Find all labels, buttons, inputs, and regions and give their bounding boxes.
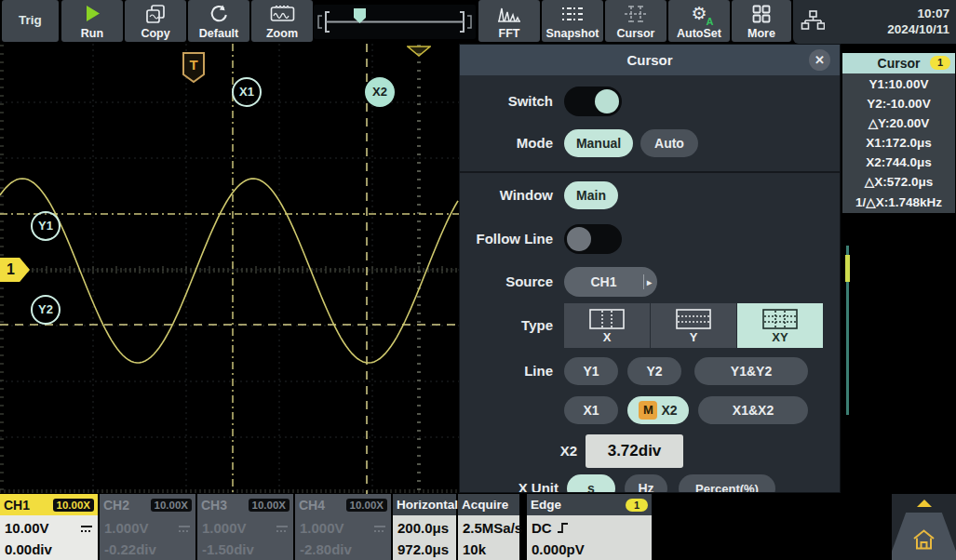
run-icon (83, 0, 101, 27)
readout-delta-x: △X:572.0μs (842, 174, 955, 189)
mode-label: Mode (460, 129, 553, 157)
line-x2-button[interactable]: M X2 (627, 396, 689, 424)
top-toolbar: Trig Run Copy (0, 0, 956, 44)
readout-delta-y: △Y:20.00V (842, 115, 955, 130)
panel-scroll-indicator-thumb[interactable] (845, 255, 850, 282)
window-main-button[interactable]: Main (564, 181, 618, 209)
default-button[interactable]: Default (188, 0, 249, 42)
ch3-name: CH3 (201, 498, 227, 513)
zoom-button[interactable]: Zoom (251, 0, 313, 42)
line-y2-button[interactable]: Y2 (627, 357, 681, 385)
acquire-rate: 2.5MSa/s (463, 517, 522, 539)
home-button[interactable] (911, 527, 936, 555)
dc-coupling-icon (276, 524, 289, 533)
status-area: 10:07 2024/10/11 (793, 0, 956, 44)
line-y1y2-button[interactable]: Y1&Y2 (694, 357, 808, 385)
run-label: Run (81, 27, 103, 40)
ch4-name: CH4 (299, 498, 325, 513)
copy-label: Copy (141, 27, 169, 40)
horizontal-position-widget[interactable] (314, 5, 476, 39)
ch1-probe-badge: 10.00X (53, 499, 94, 512)
source-select[interactable]: CH1 ▸ (564, 267, 657, 297)
line-x1-button[interactable]: X1 (564, 396, 618, 424)
ch4-offset: -2.80div (300, 539, 352, 560)
line-x1x2-button[interactable]: X1&X2 (698, 396, 808, 424)
x-unit-label: X Unit (460, 474, 559, 493)
follow-line-label: Follow Line (460, 224, 553, 254)
rising-edge-icon (557, 521, 569, 535)
cursor-readout-rows: Y1:10.00V Y2:-10.00V △Y:20.00V X1:172.0μ… (842, 73, 955, 213)
channel2-block[interactable]: CH2 10.00X 1.000V -0.22div (100, 494, 195, 560)
channel4-block[interactable]: CH4 10.00X 1.000V -2.80div (295, 494, 391, 560)
type-xy-icon (762, 309, 798, 329)
cursor-switch-toggle[interactable] (564, 87, 622, 116)
edge-coupling: DC (532, 517, 552, 539)
source-value: CH1 (564, 274, 643, 289)
home-icon (911, 527, 936, 552)
line-x2-label: X2 (661, 403, 677, 418)
type-xy-button[interactable]: XY (737, 303, 823, 348)
readout-inv-delta-x: 1/△X:1.748kHz (842, 194, 955, 209)
horizontal-block[interactable]: Horizontal 200.0μs 972.0μs (393, 494, 456, 560)
ch4-volts: 1.000V (300, 517, 344, 539)
edge-source-badge: 1 (626, 499, 648, 512)
cursor-y1-handle[interactable]: Y1 (31, 211, 61, 241)
menu-divider (460, 171, 840, 173)
type-x-button[interactable]: X (564, 303, 650, 348)
corner-widget (892, 494, 956, 560)
date-value: 2024/10/11 (887, 21, 949, 37)
type-x-label: X (603, 331, 612, 343)
snapshot-button[interactable]: Snapshot (542, 0, 603, 42)
horizontal-offset: 972.0μs (397, 539, 449, 560)
trigger-t-marker[interactable]: T (182, 52, 205, 87)
manual-badge: M (639, 401, 657, 420)
acquire-block[interactable]: Acquire 2.5MSa/s 10k (458, 494, 519, 560)
type-label: Type (460, 303, 553, 348)
channel1-block[interactable]: CH1 10.00X 10.00V 0.00div (0, 494, 98, 560)
trigger-position-icon[interactable] (407, 44, 431, 60)
follow-line-toggle[interactable] (564, 224, 622, 254)
cursor-menu-header[interactable]: Cursor ✕ (460, 45, 840, 75)
zoom-label: Zoom (266, 27, 298, 40)
x-unit-percent-button[interactable]: Percent(%) (679, 474, 775, 493)
expand-up-icon[interactable] (917, 500, 932, 507)
mode-auto-button[interactable]: Auto (640, 129, 698, 157)
run-button[interactable]: Run (61, 0, 123, 42)
cursor-y2-handle[interactable]: Y2 (31, 295, 61, 325)
close-icon[interactable]: ✕ (809, 49, 830, 71)
dc-coupling-icon (373, 524, 386, 533)
autoset-button[interactable]: ⚙ A AutoSet (668, 0, 730, 42)
ch3-volts: 1.000V (202, 517, 247, 539)
copy-button[interactable]: Copy (125, 0, 186, 42)
type-y-button[interactable]: Y (651, 303, 736, 348)
autoset-label: AutoSet (677, 27, 721, 40)
network-icon[interactable] (801, 9, 825, 37)
x-unit-s-button[interactable]: s (567, 474, 615, 493)
edge-trigger-block[interactable]: Edge 1 DC 0.000pV (527, 494, 652, 560)
cursor-x2-handle[interactable]: X2 (365, 77, 395, 107)
cursor-icon (624, 0, 648, 27)
more-button[interactable]: More (732, 0, 791, 42)
cursor-readout-badge: 1 (930, 56, 950, 70)
trig-button[interactable]: Trig (2, 0, 59, 42)
channel3-block[interactable]: CH3 10.00X 1.000V -1.50div (197, 494, 293, 560)
mode-manual-button[interactable]: Manual (564, 129, 633, 157)
cursor-button[interactable]: Cursor (605, 0, 667, 42)
copy-icon (144, 0, 167, 27)
fft-icon (497, 0, 521, 27)
acquire-title: Acquire (462, 498, 508, 512)
dc-coupling-icon (80, 524, 93, 533)
window-label: Window (460, 181, 553, 209)
cursor-menu-title: Cursor (460, 45, 840, 75)
cursor-menu-panel: Cursor ✕ Switch Mode Manual Auto Window … (459, 44, 841, 493)
time-value: 10:07 (887, 6, 949, 21)
fft-button[interactable]: FFT (478, 0, 540, 42)
default-label: Default (199, 27, 238, 40)
horizontal-timebase: 200.0μs (397, 517, 449, 539)
line-y1-button[interactable]: Y1 (564, 357, 618, 385)
cursor-readout-header[interactable]: Cursor 1 (842, 53, 955, 73)
x2-value-input[interactable]: 3.72div (586, 434, 683, 468)
cursor-x1-handle[interactable]: X1 (232, 77, 262, 107)
clock[interactable]: 10:07 2024/10/11 (887, 6, 949, 37)
x-unit-hz-button[interactable]: Hz (625, 474, 667, 493)
